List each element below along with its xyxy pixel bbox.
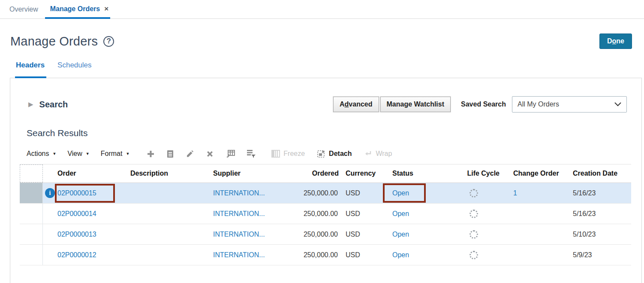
- ordered-cell: 250,000.00: [283, 210, 343, 218]
- subtab-headers-label: Headers: [16, 61, 45, 69]
- status-link[interactable]: Open: [392, 210, 409, 218]
- manage-watchlist-button[interactable]: Manage Watchlist: [380, 97, 451, 112]
- subtab-active-underline: [15, 76, 46, 78]
- creation-date-cell: 5/16/23: [566, 210, 631, 218]
- add-icon[interactable]: [147, 150, 155, 158]
- change-order-link[interactable]: 1: [513, 189, 517, 197]
- chevron-down-icon: [614, 102, 621, 107]
- creation-date-cell: 5/9/23: [566, 251, 631, 259]
- col-status[interactable]: Status: [388, 164, 444, 183]
- life-cycle-cell: [444, 251, 504, 259]
- subtab-bar: Headers Schedules: [0, 49, 644, 78]
- close-tab-icon[interactable]: ×: [104, 5, 108, 13]
- status-cell: Open: [388, 245, 444, 265]
- order-link[interactable]: 02P0000013: [57, 231, 96, 238]
- supplier-link[interactable]: INTERNATION...: [213, 189, 265, 197]
- supplier-link[interactable]: INTERNATION...: [213, 210, 265, 217]
- status-link[interactable]: Open: [392, 231, 409, 238]
- currency-cell: USD: [343, 251, 388, 259]
- life-cycle-icon[interactable]: [469, 230, 478, 239]
- status-link[interactable]: Open: [392, 189, 409, 197]
- detach-button[interactable]: Detach: [317, 149, 352, 158]
- col-currency[interactable]: Currency: [343, 170, 388, 177]
- table-row[interactable]: 02P0000014 INTERNATION... 250,000.00 USD…: [20, 204, 631, 224]
- table-header-row: Order Description Supplier Ordered Curre…: [20, 164, 631, 183]
- wrap-button: Wrap: [364, 150, 392, 158]
- row-selector[interactable]: [20, 224, 43, 244]
- search-actions: Advanced Manage Watchlist Saved Search A…: [333, 96, 627, 113]
- select-all-cell[interactable]: [20, 164, 43, 183]
- wrap-icon: [364, 150, 372, 158]
- row-selector[interactable]: [20, 183, 43, 203]
- tab-manage-orders-label: Manage Orders: [50, 5, 100, 13]
- col-order[interactable]: Order: [43, 164, 124, 183]
- supplier-cell: INTERNATION...: [208, 189, 283, 197]
- status-link[interactable]: Open: [392, 251, 409, 259]
- info-icon[interactable]: i: [45, 188, 55, 198]
- page-title: Manage Orders: [10, 34, 98, 49]
- tab-manage-orders[interactable]: Manage Orders ×: [44, 0, 114, 18]
- row-selector[interactable]: [20, 204, 43, 224]
- order-cell: i 02P0000015: [43, 183, 124, 203]
- order-link[interactable]: 02P0000014: [57, 210, 96, 218]
- life-cycle-icon[interactable]: [469, 210, 478, 218]
- format-menu[interactable]: Format ▼: [101, 150, 130, 158]
- saved-search-label: Saved Search: [461, 100, 506, 108]
- content-panel: ▶ Search Advanced Manage Watchlist Saved…: [10, 78, 642, 283]
- currency-cell: USD: [343, 231, 388, 238]
- view-menu[interactable]: View ▼: [67, 150, 89, 158]
- table-row[interactable]: 02P0000013 INTERNATION... 250,000.00 USD…: [20, 224, 631, 245]
- delete-x-icon[interactable]: [206, 150, 214, 158]
- actions-menu[interactable]: Actions ▼: [27, 150, 56, 158]
- col-life-cycle[interactable]: Life Cycle: [444, 170, 504, 177]
- query-by-example-icon[interactable]: [247, 149, 256, 158]
- life-cycle-icon[interactable]: [469, 251, 478, 259]
- tab-overview[interactable]: Overview: [3, 1, 44, 18]
- col-description[interactable]: Description: [124, 170, 208, 177]
- order-link[interactable]: 02P0000012: [57, 251, 96, 259]
- row-selector[interactable]: [20, 245, 43, 265]
- life-cycle-icon[interactable]: [469, 189, 478, 198]
- caret-down-icon: ▼: [126, 152, 129, 156]
- col-creation-date[interactable]: Creation Date: [566, 170, 631, 177]
- active-tab-underline: [45, 17, 110, 19]
- order-cell: 02P0000012: [43, 245, 124, 265]
- ordered-cell: 250,000.00: [283, 231, 343, 238]
- subtab-headers[interactable]: Headers: [16, 61, 45, 78]
- subtab-schedules[interactable]: Schedules: [57, 61, 91, 78]
- caret-down-icon: ▼: [52, 152, 56, 156]
- edit-pencil-icon[interactable]: [186, 149, 194, 158]
- help-icon[interactable]: ?: [103, 36, 114, 47]
- currency-cell: USD: [343, 210, 388, 218]
- life-cycle-cell: [444, 189, 504, 198]
- col-change-order[interactable]: Change Order: [504, 170, 566, 177]
- results-toolbar: Actions ▼ View ▼ Format ▼: [10, 138, 641, 164]
- ordered-cell: 250,000.00: [283, 251, 343, 259]
- search-section-title: Search: [39, 100, 68, 110]
- tab-overview-label: Overview: [9, 6, 38, 13]
- order-cell: 02P0000013: [43, 224, 124, 244]
- table-row[interactable]: i 02P0000015 INTERNATION... 250,000.00 U…: [20, 183, 631, 204]
- expand-search-icon[interactable]: ▶: [28, 100, 33, 108]
- saved-search-select[interactable]: All My Orders: [512, 96, 627, 113]
- done-button[interactable]: Done: [599, 33, 632, 49]
- view-detail-icon[interactable]: [166, 150, 174, 158]
- supplier-cell: INTERNATION...: [208, 251, 283, 259]
- supplier-cell: INTERNATION...: [208, 231, 283, 238]
- status-cell: Open: [388, 224, 444, 244]
- supplier-link[interactable]: INTERNATION...: [213, 251, 265, 259]
- status-cell: Open: [388, 204, 444, 224]
- export-table-icon[interactable]: [226, 149, 235, 158]
- col-supplier[interactable]: Supplier: [208, 170, 283, 177]
- supplier-link[interactable]: INTERNATION...: [213, 231, 265, 238]
- freeze-icon: [271, 150, 280, 158]
- freeze-button: Freeze: [271, 150, 305, 158]
- search-section-header: ▶ Search Advanced Manage Watchlist Saved…: [10, 78, 641, 113]
- order-link[interactable]: 02P0000015: [57, 189, 96, 197]
- detach-icon: [317, 149, 325, 158]
- table-row[interactable]: 02P0000012 INTERNATION... 250,000.00 USD…: [20, 245, 631, 265]
- advanced-button[interactable]: Advanced: [333, 97, 379, 112]
- col-ordered[interactable]: Ordered: [283, 170, 343, 177]
- status-cell: Open: [388, 183, 444, 203]
- saved-search-value: All My Orders: [518, 100, 559, 108]
